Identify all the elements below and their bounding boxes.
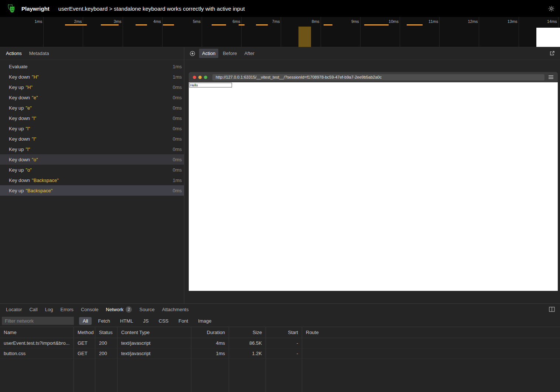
action-row[interactable]: Key up "H" 0ms	[0, 82, 184, 92]
tab-attachments[interactable]: Attachments	[159, 305, 191, 314]
network-column-header: Route	[302, 327, 560, 338]
network-filler-cell	[302, 359, 560, 392]
film-strip-thumbnail[interactable]	[536, 28, 560, 47]
network-row[interactable]: userEvent.test.ts?import&bro...GET200tex…	[0, 338, 560, 348]
network-filler-cell	[191, 359, 229, 392]
filter-chip-html[interactable]: HTML	[116, 317, 137, 325]
action-row[interactable]: Key up "l" 0ms	[0, 123, 184, 134]
timeline-tick-label: 2ms	[45, 19, 82, 24]
action-key-value: "Backspace"	[25, 188, 52, 193]
timeline-action-marker[interactable]	[163, 24, 174, 25]
timeline-gridline	[123, 17, 123, 47]
network-column-header: Size	[229, 327, 266, 338]
network-cell: GET	[74, 348, 95, 359]
network-cell	[302, 338, 560, 348]
tab-locator[interactable]: Locator	[3, 305, 25, 314]
tab-label: Before	[223, 51, 237, 56]
action-row[interactable]: Key up "o" 0ms	[0, 165, 184, 175]
timeline-gridline	[43, 17, 44, 47]
tab-network[interactable]: Network 2	[103, 305, 135, 314]
action-row[interactable]: Key down "l" 0ms	[0, 134, 184, 144]
snapshot-toolbar: Action Before After	[184, 47, 560, 60]
page-content	[189, 82, 558, 291]
network-filter-row: AllFetchHTMLJSCSSFontImage	[0, 315, 560, 327]
action-row[interactable]: Key down "e" 0ms	[0, 92, 184, 103]
filter-chip-image[interactable]: Image	[194, 317, 215, 325]
action-row[interactable]: Key down "Backspace" 1ms	[0, 175, 184, 185]
action-row[interactable]: Key down "o" 0ms	[0, 154, 184, 165]
pick-locator-icon[interactable]	[187, 51, 198, 56]
action-key-value: "l"	[25, 147, 30, 152]
timeline-action-marker[interactable]	[212, 24, 226, 25]
filter-chip-fetch[interactable]: Fetch	[94, 317, 114, 325]
snapshot-area: http://127.0.0.1:63315/__vitest_test__/?…	[184, 60, 560, 303]
tab-action[interactable]: Action	[199, 49, 218, 58]
action-row[interactable]: Key up "l" 0ms	[0, 144, 184, 154]
network-filler-cell	[117, 359, 191, 392]
action-key-value: "e"	[32, 95, 38, 100]
network-table-filler	[0, 359, 560, 392]
action-duration: 1ms	[173, 178, 182, 183]
settings-gear-icon[interactable]	[548, 5, 555, 12]
tab-metadata[interactable]: Metadata	[26, 49, 52, 58]
tab-source[interactable]: Source	[136, 305, 157, 314]
action-row[interactable]: Key up "Backspace" 0ms	[0, 185, 184, 196]
timeline-action-marker[interactable]	[101, 24, 119, 25]
tab-after[interactable]: After	[241, 49, 257, 58]
browser-window: http://127.0.0.1:63315/__vitest_test__/?…	[189, 72, 558, 291]
action-row[interactable]: Evaluate 1ms	[0, 61, 184, 72]
action-duration: 0ms	[173, 105, 182, 111]
timeline-tick-label: 5ms	[164, 19, 201, 24]
action-key-value: "o"	[32, 157, 38, 162]
timeline[interactable]: 1ms2ms3ms4ms5ms6ms7ms8ms9ms10ms11ms12ms1…	[0, 17, 560, 47]
tab-before[interactable]: Before	[220, 49, 240, 58]
network-cell: GET	[74, 338, 95, 348]
action-key-value: "e"	[25, 105, 31, 111]
page-text-input[interactable]	[189, 83, 232, 87]
tab-console[interactable]: Console	[78, 305, 102, 314]
filter-chip-font[interactable]: Font	[175, 317, 192, 325]
timeline-action-marker[interactable]	[65, 24, 87, 25]
tab-label: Call	[29, 307, 37, 312]
tab-actions[interactable]: Actions	[3, 49, 25, 58]
timeline-gridline	[479, 17, 479, 47]
filter-chip-css[interactable]: CSS	[155, 317, 173, 325]
network-table-header: NameMethodStatusContent TypeDurationSize…	[0, 327, 560, 338]
action-duration: 0ms	[173, 95, 182, 100]
action-row[interactable]: Key down "l" 0ms	[0, 113, 184, 123]
bottom-tabbar: Locator Call Log Errors Console Network …	[0, 304, 560, 315]
timeline-selected-range[interactable]	[298, 27, 311, 47]
network-filler-cell	[229, 359, 266, 392]
open-external-icon[interactable]	[547, 51, 557, 56]
filter-chip-js[interactable]: JS	[139, 317, 152, 325]
action-row[interactable]: Key down "H" 1ms	[0, 72, 184, 82]
action-row[interactable]: Key up "e" 0ms	[0, 103, 184, 113]
columns-layout-icon[interactable]	[547, 307, 557, 312]
filter-chip-all[interactable]: All	[79, 317, 92, 325]
url-bar[interactable]: http://127.0.0.1:63315/__vitest_test__/?…	[212, 74, 544, 80]
network-cell: 200	[95, 338, 117, 348]
tab-log[interactable]: Log	[42, 305, 56, 314]
network-filler-cell	[0, 359, 74, 392]
network-filter-input[interactable]	[2, 317, 74, 325]
timeline-action-marker[interactable]	[324, 24, 332, 25]
action-title: Key up	[9, 188, 24, 193]
timeline-action-marker[interactable]	[136, 24, 147, 25]
action-duration: 0ms	[173, 85, 182, 90]
network-cell: 4ms	[191, 338, 229, 348]
timeline-action-marker[interactable]	[364, 24, 389, 25]
tab-call[interactable]: Call	[26, 305, 40, 314]
network-cell: 86.5K	[229, 338, 266, 348]
timeline-action-marker[interactable]	[256, 24, 268, 25]
network-cell	[302, 348, 560, 359]
menu-hamburger-icon[interactable]	[548, 75, 554, 79]
tab-errors[interactable]: Errors	[57, 305, 76, 314]
network-column-header: Name	[0, 327, 74, 338]
network-row[interactable]: button.cssGET200text/javascript1ms1.2K-	[0, 348, 560, 359]
timeline-action-marker[interactable]	[407, 24, 423, 25]
timeline-tick-label: 6ms	[203, 19, 240, 24]
network-table: NameMethodStatusContent TypeDurationSize…	[0, 327, 560, 392]
timeline-action-marker[interactable]	[239, 24, 245, 25]
network-table-body: userEvent.test.ts?import&bro...GET200tex…	[0, 338, 560, 392]
network-column-header: Content Type	[117, 327, 191, 338]
